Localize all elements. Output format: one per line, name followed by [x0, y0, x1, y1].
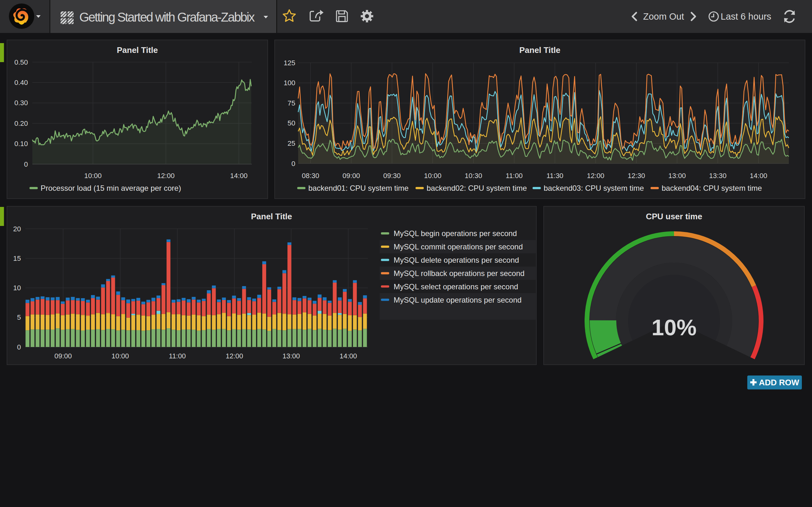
svg-text:0: 0 [24, 160, 28, 168]
svg-text:10: 10 [13, 284, 21, 292]
svg-text:0.30: 0.30 [14, 99, 28, 107]
svg-text:09:00: 09:00 [343, 172, 360, 180]
svg-text:10:00: 10:00 [84, 172, 101, 180]
svg-text:MySQL select operations per se: MySQL select operations per second [394, 282, 518, 291]
svg-text:11:00: 11:00 [169, 352, 186, 360]
svg-text:MySQL begin operations per sec: MySQL begin operations per second [394, 229, 517, 238]
svg-text:backend01: CPU system time: backend01: CPU system time [308, 184, 409, 192]
svg-text:100: 100 [284, 79, 295, 87]
svg-text:CPU user time: CPU user time [646, 212, 702, 221]
svg-text:13:00: 13:00 [668, 172, 686, 180]
svg-text:08:30: 08:30 [302, 172, 319, 180]
svg-text:backend03: CPU system time: backend03: CPU system time [544, 184, 644, 192]
svg-text:Panel Title: Panel Title [117, 45, 158, 55]
svg-text:0.40: 0.40 [14, 78, 28, 87]
svg-text:10:00: 10:00 [111, 352, 129, 360]
svg-text:12:30: 12:30 [628, 172, 645, 180]
svg-text:12:00: 12:00 [225, 352, 243, 360]
svg-text:50: 50 [288, 119, 295, 127]
svg-text:13:30: 13:30 [709, 172, 726, 180]
svg-text:0: 0 [292, 160, 295, 168]
svg-text:10:00: 10:00 [424, 172, 442, 180]
svg-text:MySQL commit operations per se: MySQL commit operations per second [394, 242, 523, 251]
svg-text:12:00: 12:00 [157, 172, 174, 180]
svg-text:75: 75 [288, 99, 295, 107]
svg-text:10:30: 10:30 [465, 172, 482, 180]
svg-text:13:00: 13:00 [282, 352, 300, 360]
svg-text:Panel Title: Panel Title [519, 45, 560, 55]
svg-text:12:00: 12:00 [587, 172, 604, 180]
svg-text:14:00: 14:00 [750, 172, 767, 180]
svg-text:Getting Started with Grafana-Z: Getting Started with Grafana-Zabbix [79, 10, 255, 24]
svg-text:125: 125 [284, 59, 295, 67]
svg-text:11:30: 11:30 [547, 172, 563, 180]
svg-text:Zoom Out: Zoom Out [643, 11, 684, 21]
svg-text:backend04: CPU system time: backend04: CPU system time [662, 184, 762, 192]
svg-text:0.10: 0.10 [14, 140, 28, 148]
svg-text:20: 20 [13, 225, 21, 233]
svg-text:MySQL rollback operations per: MySQL rollback operations per second [394, 269, 525, 278]
svg-text:25: 25 [288, 139, 295, 147]
svg-text:Processor load (15 min average: Processor load (15 min average per core) [41, 184, 181, 192]
svg-text:10%: 10% [652, 315, 697, 340]
svg-text:Last 6 hours: Last 6 hours [721, 11, 771, 21]
svg-text:Panel Title: Panel Title [251, 212, 292, 221]
svg-text:09:30: 09:30 [383, 172, 401, 180]
svg-text:MySQL update operations per se: MySQL update operations per second [394, 296, 521, 304]
svg-text:0: 0 [17, 343, 21, 351]
svg-text:0.50: 0.50 [14, 58, 28, 66]
svg-text:✚ ADD ROW: ✚ ADD ROW [750, 378, 799, 387]
svg-text:5: 5 [17, 314, 21, 321]
svg-text:backend02: CPU system time: backend02: CPU system time [426, 184, 527, 192]
svg-text:MySQL delete operations per se: MySQL delete operations per second [394, 256, 519, 264]
svg-text:0.20: 0.20 [14, 119, 28, 127]
svg-text:15: 15 [13, 255, 21, 262]
svg-text:11:00: 11:00 [506, 172, 522, 180]
svg-text:14:00: 14:00 [230, 172, 247, 180]
svg-text:09:00: 09:00 [54, 352, 72, 360]
svg-text:14:00: 14:00 [339, 352, 357, 360]
